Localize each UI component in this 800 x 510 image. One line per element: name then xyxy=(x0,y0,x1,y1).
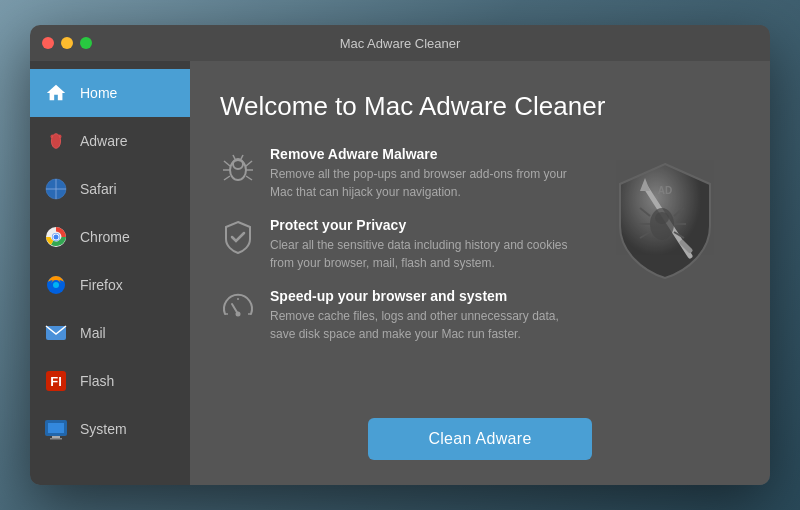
sidebar-label-home: Home xyxy=(80,85,117,101)
shield-graphic: AD xyxy=(600,156,730,286)
svg-rect-24 xyxy=(50,438,62,440)
features-list: AD xyxy=(220,146,740,398)
svg-line-39 xyxy=(224,161,230,166)
svg-point-48 xyxy=(236,312,241,317)
feature-remove-adware-text: Remove Adware Malware Remove all the pop… xyxy=(270,146,570,201)
svg-line-42 xyxy=(246,161,252,166)
feature-privacy-heading: Protect your Privacy xyxy=(270,217,570,233)
bug-icon xyxy=(220,148,256,184)
firefox-icon xyxy=(42,271,70,299)
clean-button-container: Clean Adware xyxy=(220,418,740,460)
sidebar-item-chrome[interactable]: Chrome xyxy=(30,213,190,261)
sidebar-item-adware[interactable]: Adware xyxy=(30,117,190,165)
feature-speed: Speed-up your browser and system Remove … xyxy=(220,288,740,343)
adware-icon xyxy=(42,127,70,155)
svg-rect-22 xyxy=(48,423,64,433)
sidebar-label-firefox: Firefox xyxy=(80,277,123,293)
svg-point-14 xyxy=(54,235,59,240)
sidebar-item-safari[interactable]: Safari xyxy=(30,165,190,213)
sidebar-item-home[interactable]: Home xyxy=(30,69,190,117)
sidebar-item-flash[interactable]: Fl Flash xyxy=(30,357,190,405)
svg-point-17 xyxy=(53,282,59,288)
sidebar-label-mail: Mail xyxy=(80,325,106,341)
svg-rect-23 xyxy=(52,436,60,438)
clean-adware-button[interactable]: Clean Adware xyxy=(368,418,591,460)
sidebar-label-system: System xyxy=(80,421,127,437)
speedometer-icon xyxy=(220,290,256,326)
sidebar-label-safari: Safari xyxy=(80,181,117,197)
system-icon xyxy=(42,415,70,443)
feature-speed-text: Speed-up your browser and system Remove … xyxy=(270,288,570,343)
sidebar-label-adware: Adware xyxy=(80,133,127,149)
svg-point-29 xyxy=(655,212,669,224)
mail-icon xyxy=(42,319,70,347)
titlebar: Mac Adware Cleaner xyxy=(30,25,770,61)
feature-privacy-desc: Clear all the sensitive data including h… xyxy=(270,236,570,272)
sidebar-label-chrome: Chrome xyxy=(80,229,130,245)
app-window: Mac Adware Cleaner Home xyxy=(30,25,770,485)
close-button[interactable] xyxy=(42,37,54,49)
svg-line-45 xyxy=(233,155,235,159)
feature-remove-adware-heading: Remove Adware Malware xyxy=(270,146,570,162)
sidebar-label-flash: Flash xyxy=(80,373,114,389)
svg-line-46 xyxy=(241,155,243,159)
feature-speed-desc: Remove cache files, logs and other unnec… xyxy=(270,307,570,343)
feature-privacy-text: Protect your Privacy Clear all the sensi… xyxy=(270,217,570,272)
svg-line-44 xyxy=(246,176,252,180)
minimize-button[interactable] xyxy=(61,37,73,49)
chrome-icon xyxy=(42,223,70,251)
traffic-lights xyxy=(42,37,92,49)
safari-icon xyxy=(42,175,70,203)
svg-text:Fl: Fl xyxy=(50,374,62,389)
shield-icon xyxy=(220,219,256,255)
svg-text:AD: AD xyxy=(658,185,672,196)
feature-remove-adware-desc: Remove all the pop-ups and browser add-o… xyxy=(270,165,570,201)
svg-line-41 xyxy=(224,176,230,180)
sidebar: Home Adware xyxy=(30,61,190,485)
home-icon xyxy=(42,79,70,107)
main-panel: Welcome to Mac Adware Cleaner xyxy=(190,61,770,485)
sidebar-item-mail[interactable]: Mail xyxy=(30,309,190,357)
window-title: Mac Adware Cleaner xyxy=(340,36,461,51)
flash-icon: Fl xyxy=(42,367,70,395)
sidebar-item-system[interactable]: System xyxy=(30,405,190,453)
main-title: Welcome to Mac Adware Cleaner xyxy=(220,91,740,122)
sidebar-item-firefox[interactable]: Firefox xyxy=(30,261,190,309)
maximize-button[interactable] xyxy=(80,37,92,49)
content-area: Home Adware xyxy=(30,61,770,485)
feature-speed-heading: Speed-up your browser and system xyxy=(270,288,570,304)
